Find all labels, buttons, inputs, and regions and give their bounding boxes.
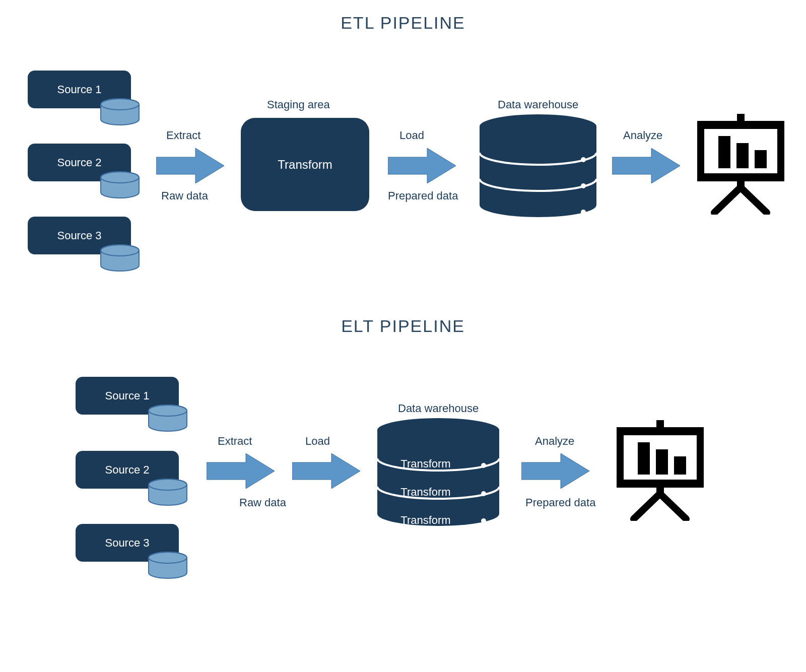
elt-prepared-label: Prepared data — [525, 496, 595, 509]
svg-rect-17 — [755, 150, 767, 168]
etl-staging-box: Transform — [241, 118, 369, 211]
svg-rect-37 — [638, 442, 650, 475]
database-icon — [148, 405, 188, 430]
svg-point-28 — [481, 518, 486, 523]
svg-rect-15 — [718, 136, 730, 168]
svg-rect-11 — [697, 121, 784, 129]
presentation-chart-icon — [694, 114, 787, 217]
svg-point-7 — [581, 157, 586, 162]
database-icon — [478, 113, 598, 221]
etl-rawdata-label: Raw data — [161, 189, 208, 203]
svg-rect-16 — [736, 143, 749, 168]
svg-rect-33 — [617, 427, 704, 435]
svg-rect-34 — [617, 435, 624, 484]
svg-rect-38 — [656, 449, 668, 475]
arrow-icon — [612, 148, 680, 185]
etl-warehouse-title: Data warehouse — [498, 98, 578, 111]
svg-rect-10 — [737, 114, 745, 121]
etl-extract-label: Extract — [166, 129, 200, 142]
svg-rect-35 — [697, 435, 704, 484]
elt-extract-label: Extract — [218, 435, 252, 448]
svg-rect-32 — [656, 420, 664, 427]
svg-point-8 — [581, 183, 586, 188]
elt-title: ELT PIPELINE — [341, 316, 465, 336]
svg-rect-13 — [777, 129, 784, 177]
svg-rect-14 — [697, 173, 784, 181]
database-icon — [100, 98, 140, 123]
arrow-icon — [156, 148, 224, 185]
arrow-icon — [521, 453, 589, 491]
etl-prepared-label: Prepared data — [388, 189, 458, 203]
elt-load-label: Load — [305, 435, 330, 448]
svg-rect-12 — [697, 129, 704, 177]
presentation-chart-icon — [614, 420, 707, 523]
svg-point-27 — [481, 491, 486, 496]
etl-title: ETL PIPELINE — [341, 13, 465, 33]
elt-rawdata-label: Raw data — [239, 496, 286, 509]
etl-load-label: Load — [399, 129, 424, 142]
svg-text:Transform: Transform — [400, 457, 450, 470]
svg-point-26 — [481, 463, 486, 468]
arrow-icon — [207, 453, 275, 491]
database-icon — [100, 171, 140, 196]
elt-analyze-label: Analyze — [535, 435, 574, 448]
database-icon — [148, 479, 188, 504]
elt-warehouse-title: Data warehouse — [398, 402, 479, 415]
arrow-icon — [292, 453, 360, 491]
svg-rect-36 — [617, 480, 704, 488]
database-icon — [148, 552, 188, 577]
etl-analyze-label: Analyze — [623, 129, 662, 142]
svg-text:Transform: Transform — [400, 514, 450, 526]
database-icon: Transform Transform Transform — [375, 417, 501, 530]
database-icon — [100, 244, 140, 270]
svg-text:Transform: Transform — [400, 486, 450, 498]
svg-point-9 — [581, 210, 586, 215]
etl-staging-title: Staging area — [267, 98, 330, 111]
svg-rect-39 — [674, 456, 686, 475]
arrow-icon — [388, 148, 456, 185]
